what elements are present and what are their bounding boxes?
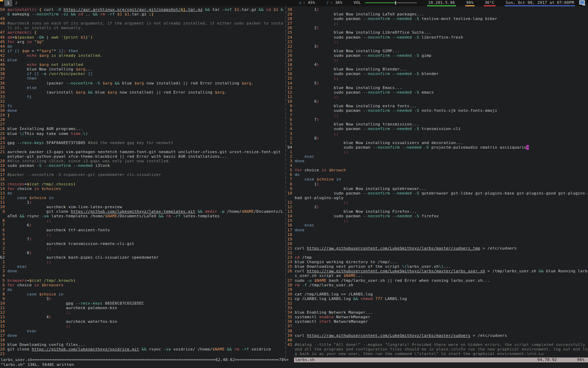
vim-split-windows: 50aurinstall() { curl -O https://aur.arc… bbox=[0, 6, 588, 357]
code-text: blue Now installing qutebrowser... bbox=[295, 186, 588, 191]
code-line: 19blue Downloading config files... bbox=[0, 342, 284, 347]
code-line: 12 sudo pacman --noconfirm --needed -S e… bbox=[287, 90, 588, 95]
line-number: 21 bbox=[287, 246, 295, 251]
code-line: 24blue Changin working directory to /tmp… bbox=[287, 260, 588, 264]
line-number: 9 bbox=[0, 297, 7, 301]
line-number: 26 bbox=[0, 127, 7, 131]
line-number: 2 bbox=[287, 136, 295, 141]
vim-pane-right[interactable]: 30 1)29 blue Now installing LaTeX packag… bbox=[287, 6, 588, 357]
code-line: 28 sudo pacman --noconfirm --needed -S t… bbox=[287, 16, 588, 21]
code-line: 19 ;; bbox=[287, 58, 588, 62]
code-text: ;; bbox=[295, 95, 588, 99]
code-line: 15 ;; bbox=[287, 218, 588, 223]
code-line: 62 aurcheck bash-pipes cli-visualizer sp… bbox=[0, 255, 284, 260]
line-number: 39 bbox=[0, 67, 7, 71]
code-line: 23cd /tmp bbox=[287, 255, 588, 260]
code-line: 45for arg in "$@" bbox=[0, 40, 284, 44]
workspace-2[interactable]: 2 bbox=[12, 0, 20, 6]
code-line: 27 ;; bbox=[287, 21, 588, 26]
line-number: 20 bbox=[287, 53, 295, 58]
line-number: 17 bbox=[0, 172, 7, 177]
code-text: sudo pacman --noconfirm --needed -S libr… bbox=[295, 35, 588, 40]
line-number: 6 bbox=[287, 172, 295, 177]
code-line: 35systemctl enable NetworkManager bbox=[287, 315, 588, 319]
code-text: 7) bbox=[7, 237, 284, 241]
code-line: 41else bbox=[0, 58, 284, 62]
code-text: do bbox=[7, 287, 284, 292]
code-line: 39curl https://raw.githubusercontent.com… bbox=[287, 333, 588, 338]
line-number: 30 bbox=[287, 7, 295, 12]
system-tray-monitor-icon[interactable] bbox=[579, 0, 586, 6]
code-text: else bbox=[7, 86, 284, 90]
workspace-1[interactable]: 1 bbox=[4, 0, 12, 6]
line-number: 11 bbox=[287, 95, 295, 99]
volume-module[interactable]: VOL bbox=[352, 0, 418, 6]
line-number: 24 bbox=[287, 35, 295, 40]
code-text: if [[ -e /usr/bin/packer ]] bbox=[7, 71, 284, 76]
code-line: 20#Also installing i3lock, since i3-gaps… bbox=[0, 159, 284, 163]
code-line: 16 bbox=[0, 177, 284, 182]
line-number: 12 bbox=[0, 196, 7, 200]
line-number: 15 bbox=[287, 76, 295, 81]
code-line: 22 3) bbox=[287, 44, 588, 49]
code-line: 4 7) bbox=[0, 237, 284, 241]
line-number: 6 bbox=[0, 283, 7, 287]
line-number: 40 bbox=[0, 62, 7, 67]
code-text: #dialog --title "All done!" --msgbox "Co… bbox=[295, 342, 588, 356]
code-line: 29 blue Now installing LaTeX packages... bbox=[287, 12, 588, 16]
code-text: sudo pacman -S --noconfirm --needed i3lo… bbox=[7, 163, 284, 168]
code-line: 12 case $choice in bbox=[0, 196, 284, 200]
line-number: 3 bbox=[287, 131, 295, 136]
line-number: 43 bbox=[0, 49, 7, 53]
datetime-label: Sun, Oct 08, 2017 at 07:00PM bbox=[506, 0, 574, 5]
code-text: esac bbox=[7, 329, 284, 333]
code-line: 33 fi bbox=[0, 95, 284, 99]
code-line: 24 bbox=[0, 136, 284, 141]
line-number: 16 bbox=[0, 329, 7, 333]
code-line: 38 bbox=[287, 329, 588, 333]
code-text: blue Installing AUR programs... bbox=[7, 127, 284, 131]
line-number: 15 bbox=[0, 182, 7, 186]
code-text: aurcheck bash-pipes cli-visualizer speed… bbox=[7, 255, 284, 260]
code-line: 40 echo $arg not installed bbox=[0, 62, 284, 67]
code-text bbox=[295, 329, 588, 333]
line-number: 21 bbox=[0, 150, 7, 159]
volume-knob[interactable] bbox=[395, 1, 396, 5]
statusbar-modules: ⌂: 45%/: 36%VOL10.201.5.9696%36°CSun, Oc… bbox=[298, 0, 578, 6]
line-number: 11 bbox=[287, 200, 295, 205]
code-line: 8 1) bbox=[287, 182, 588, 186]
line-number: 14 bbox=[0, 319, 7, 324]
code-line: 17#packer --noconfirm -S ncpamixer-git s… bbox=[0, 172, 284, 177]
line-number: 4 bbox=[0, 237, 7, 241]
code-text: else bbox=[7, 58, 284, 62]
line-number: 23 bbox=[287, 255, 295, 260]
code-text: blue Now installing LibreOffice Suite... bbox=[295, 30, 588, 35]
line-number: 25 bbox=[287, 30, 295, 35]
code-text bbox=[295, 301, 588, 306]
vertical-split-separator[interactable] bbox=[284, 6, 287, 357]
code-line: 94 sudo pacman --noconfirm --needed -S p… bbox=[287, 145, 588, 150]
line-number: 12 bbox=[0, 310, 7, 315]
line-number: 37 bbox=[0, 76, 7, 81]
code-line: 7 6) bbox=[0, 223, 284, 227]
code-line: 34 (aurinstall $arg && blue $arg now ins… bbox=[0, 90, 284, 95]
code-text: done bbox=[7, 269, 284, 273]
code-line: 4 sudo pacman --noconfirm --needed -S tr… bbox=[287, 127, 588, 131]
code-text: git clone https://github.com/lukesmithxy… bbox=[7, 347, 284, 352]
code-line: 15choices=$(cat /tmp/.choices) bbox=[0, 182, 284, 186]
line-number: 15 bbox=[287, 218, 295, 223]
code-text: do bbox=[295, 172, 588, 177]
line-number: 24 bbox=[287, 260, 295, 264]
code-line: 11 ;; bbox=[287, 200, 588, 205]
statusline-left-percent: 78% bbox=[279, 357, 286, 362]
line-number: 35 bbox=[0, 86, 7, 90]
volume-slider[interactable] bbox=[365, 2, 417, 3]
line-number: 25 bbox=[0, 131, 7, 136]
code-line: 14 sudo pacman --noconfirm --needed -S f… bbox=[287, 214, 588, 218]
code-text bbox=[295, 324, 588, 328]
line-number: 13 bbox=[0, 191, 7, 196]
line-number: 16 bbox=[287, 223, 295, 227]
line-number: 50 bbox=[0, 7, 7, 16]
code-line: 9 git clone https://github.com/lukesmith… bbox=[0, 209, 284, 218]
vim-pane-left[interactable]: 50aurinstall() { curl -O https://aur.arc… bbox=[0, 6, 284, 357]
